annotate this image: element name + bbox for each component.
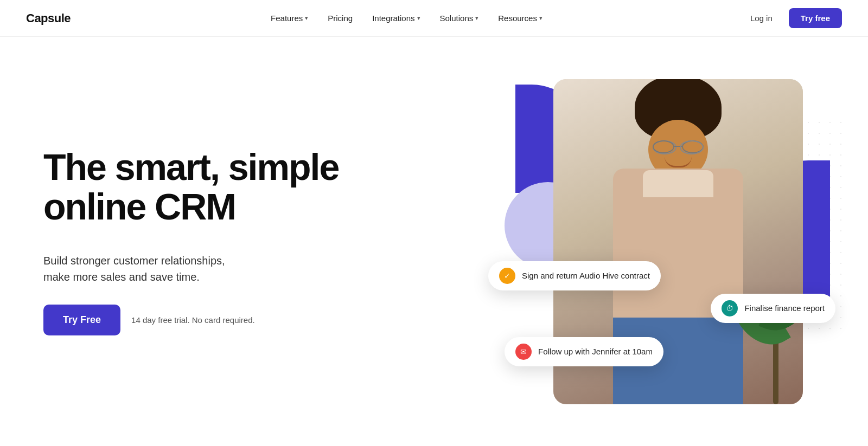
logo[interactable]: Capsule: [26, 11, 71, 25]
notification-3: ✉ Follow up with Jennifer at 10am: [505, 337, 663, 366]
clock-icon: ⏱: [722, 300, 738, 316]
hero-left: The smart, simple online CRM Build stron…: [43, 147, 347, 336]
smile: [665, 157, 692, 167]
notification-1: ✓ Sign and return Audio Hive contract: [488, 261, 661, 290]
mail-icon: ✉: [515, 344, 532, 360]
nav-integrations[interactable]: Integrations ▾: [365, 9, 427, 27]
nav-links: Features ▾ Pricing Integrations ▾ Soluti…: [263, 9, 550, 27]
glasses: [652, 140, 705, 154]
chevron-down-icon: ▾: [475, 15, 478, 22]
chevron-down-icon: ▾: [417, 15, 420, 22]
login-button[interactable]: Log in: [743, 9, 780, 27]
nav-pricing[interactable]: Pricing: [320, 9, 360, 27]
hero-section: The smart, simple online CRM Build stron…: [0, 37, 868, 446]
hero-subtext: Build stronger customer relationships, m…: [43, 253, 347, 285]
nav-resources[interactable]: Resources ▾: [490, 9, 550, 27]
chevron-down-icon: ▾: [305, 15, 308, 22]
chevron-down-icon: ▾: [539, 15, 542, 22]
turtleneck: [643, 170, 713, 197]
navbar: Capsule Features ▾ Pricing Integrations …: [0, 0, 868, 37]
check-icon: ✓: [499, 268, 515, 284]
hero-cta-row: Try Free 14 day free trial. No card requ…: [43, 305, 347, 335]
nav-features[interactable]: Features ▾: [263, 9, 316, 27]
hero-try-free-button[interactable]: Try Free: [43, 305, 120, 335]
nav-try-free-button[interactable]: Try free: [789, 8, 842, 28]
nav-right: Log in Try free: [743, 8, 842, 28]
nav-solutions[interactable]: Solutions ▾: [432, 9, 487, 27]
notification-2: ⏱ Finalise finance report: [711, 294, 835, 323]
hero-trial-text: 14 day free trial. No card required.: [131, 315, 255, 325]
hero-right: ✓ Sign and return Audio Hive contract ⏱ …: [521, 74, 825, 410]
hero-heading: The smart, simple online CRM: [43, 147, 347, 227]
